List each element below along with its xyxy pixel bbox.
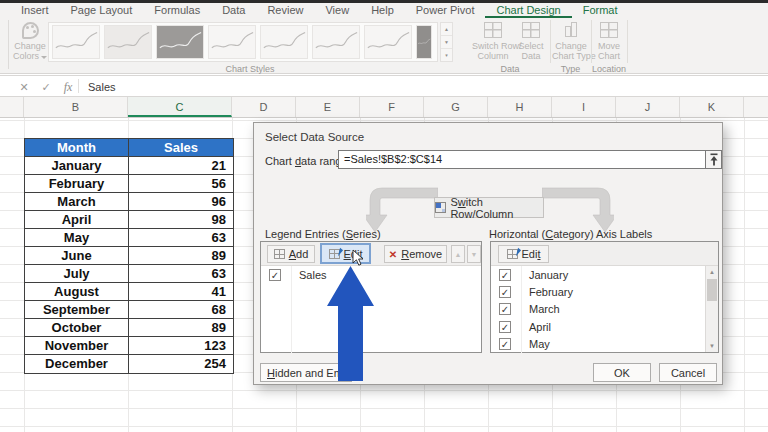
menu-tab-format[interactable]: Format [572,3,629,18]
switch-row-column-dialog-button[interactable]: Switch Row/Column [434,197,544,218]
category-list[interactable]: ✓January✓February✓March✓April✓May [491,266,705,353]
column-header-f[interactable]: F [360,97,424,117]
series-item-checkbox[interactable]: ✓ [269,269,281,281]
category-item-checkbox[interactable]: ✓ [499,269,511,281]
table-row[interactable]: April98 [25,211,233,229]
switch-row-column-ribbon-button[interactable]: Switch Row/Column [472,22,514,68]
sales-cell[interactable]: 89 [129,247,233,264]
column-header-i[interactable]: I [552,97,616,117]
table-row[interactable]: October89 [25,319,233,337]
gallery-scroll-up-icon[interactable]: ▲ [441,23,452,36]
menu-tab-page-layout[interactable]: Page Layout [60,3,144,18]
column-header-e[interactable]: E [296,97,360,117]
category-list-scrollbar[interactable]: ▲ ▼ [705,266,718,352]
sales-cell[interactable]: 89 [129,319,233,336]
chart-style-thumbnail-3[interactable] [156,25,204,59]
menu-tab-view[interactable]: View [314,3,360,18]
sales-cell[interactable]: 98 [129,211,233,228]
sales-cell[interactable]: 63 [129,265,233,282]
column-header-h[interactable]: H [488,97,552,117]
chart-style-thumbnail-4[interactable] [208,25,256,59]
month-cell[interactable]: June [25,247,129,264]
table-row[interactable]: December254 [25,355,233,373]
gallery-scrollbar[interactable]: ▲ ▼ ▾ [440,22,453,62]
month-cell[interactable]: May [25,229,129,246]
month-cell[interactable]: August [25,283,129,300]
menu-tab-review[interactable]: Review [256,3,314,18]
table-row[interactable]: August41 [25,283,233,301]
category-item-row[interactable]: ✓May [491,336,705,353]
chart-styles-gallery[interactable] [48,22,438,62]
category-item-checkbox[interactable]: ✓ [499,303,511,315]
gallery-more-icon[interactable]: ▾ [441,49,452,61]
menu-tab-help[interactable]: Help [360,3,405,18]
category-item-row[interactable]: ✓March [491,301,705,318]
menu-tab-chart-design[interactable]: Chart Design [485,3,571,18]
table-row[interactable]: November123 [25,337,233,355]
cancel-button[interactable]: Cancel [659,363,717,382]
sales-cell[interactable]: 21 [129,157,233,174]
move-series-up-button[interactable]: ▲ [451,245,465,263]
category-item-checkbox[interactable]: ✓ [499,338,511,350]
ok-button[interactable]: OK [593,363,651,382]
table-row[interactable]: February56 [25,175,233,193]
month-cell[interactable]: November [25,337,129,354]
chart-style-thumbnail-1[interactable] [52,25,100,59]
move-series-down-button[interactable]: ▼ [467,245,481,263]
category-item-row[interactable]: ✓April [491,318,705,335]
select-data-ribbon-button[interactable]: SelectData [514,22,548,68]
scroll-down-icon[interactable]: ▼ [706,340,718,352]
sales-cell[interactable]: 56 [129,175,233,192]
month-cell[interactable]: July [25,265,129,282]
month-cell[interactable]: January [25,157,129,174]
change-colors-button[interactable]: Change Colors [12,21,48,69]
change-chart-type-button[interactable]: ChangeChart Type [552,22,590,68]
table-row[interactable]: July63 [25,265,233,283]
table-row[interactable]: January21 [25,157,233,175]
add-series-button[interactable]: Add [267,245,315,263]
cancel-icon[interactable]: ✕ [16,76,32,98]
menu-tab-insert[interactable]: Insert [10,3,60,18]
chart-style-thumbnail-5[interactable] [260,25,308,59]
chart-style-thumbnail-2[interactable] [104,25,152,59]
category-item-row[interactable]: ✓January [491,266,705,283]
gallery-scroll-down-icon[interactable]: ▼ [441,36,452,49]
table-row[interactable]: June89 [25,247,233,265]
month-cell[interactable]: December [25,355,129,373]
menu-tab-formulas[interactable]: Formulas [143,3,211,18]
collapse-dialog-button[interactable] [706,150,722,169]
chart-style-thumbnail-7[interactable] [364,25,412,59]
sales-cell[interactable]: 41 [129,283,233,300]
sales-cell[interactable]: 68 [129,301,233,318]
month-cell[interactable]: February [25,175,129,192]
month-cell[interactable]: September [25,301,129,318]
sales-data-table[interactable]: Month Sales January21February56March96Ap… [24,138,234,374]
table-row[interactable]: March96 [25,193,233,211]
month-cell[interactable]: March [25,193,129,210]
scroll-up-icon[interactable]: ▲ [706,266,718,278]
month-cell[interactable]: October [25,319,129,336]
enter-icon[interactable]: ✓ [38,76,54,98]
menu-tab-data[interactable]: Data [211,3,256,18]
chart-style-thumbnail-6[interactable] [312,25,360,59]
category-item-row[interactable]: ✓February [491,283,705,300]
chart-style-thumbnail-8[interactable] [416,25,432,59]
chart-data-range-input[interactable]: =Sales!$B$2:$C$14 [338,150,706,169]
sales-cell[interactable]: 63 [129,229,233,246]
edit-axis-labels-button[interactable]: Edit [498,245,549,263]
move-chart-button[interactable]: MoveChart [593,22,625,68]
month-cell[interactable]: April [25,211,129,228]
column-header-b[interactable]: B [24,97,128,117]
table-row[interactable]: May63 [25,229,233,247]
category-item-checkbox[interactable]: ✓ [499,321,511,333]
sales-cell[interactable]: 254 [129,355,233,373]
column-header-j[interactable]: J [616,97,680,117]
table-row[interactable]: September68 [25,301,233,319]
column-header-d[interactable]: D [232,97,296,117]
sales-cell[interactable]: 96 [129,193,233,210]
column-header-g[interactable]: G [424,97,488,117]
menu-tab-power-pivot[interactable]: Power Pivot [405,3,486,18]
remove-series-button[interactable]: ✕ Remove [384,245,447,263]
category-item-checkbox[interactable]: ✓ [499,286,511,298]
column-header-k[interactable]: K [680,97,744,117]
